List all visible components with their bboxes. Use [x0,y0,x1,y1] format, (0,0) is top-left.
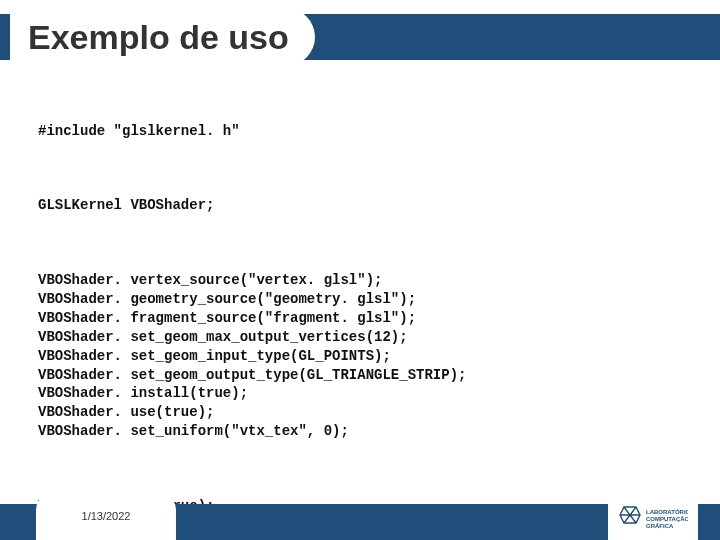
title-container: Exemplo de uso [10,8,315,66]
slide-title: Exemplo de uso [28,18,289,57]
slide: Exemplo de uso #include "glslkernel. h" … [0,0,720,540]
svg-text:GRÁFICA: GRÁFICA [646,523,674,529]
lab-logo-icon: LABORATÓRIO DE COMPUTAÇÃO GRÁFICA [618,501,688,531]
footer-date: 1/13/2022 [82,510,131,522]
svg-text:LABORATÓRIO DE: LABORATÓRIO DE [646,508,688,515]
svg-text:COMPUTAÇÃO: COMPUTAÇÃO [646,516,688,522]
code-include: #include "glslkernel. h" [38,122,690,141]
footer-date-container: 1/13/2022 [36,492,176,540]
code-setup: VBOShader. vertex_source("vertex. glsl")… [38,271,690,441]
code-declaration: GLSLKernel VBOShader; [38,196,690,215]
code-area: #include "glslkernel. h" GLSLKernel VBOS… [38,84,690,540]
footer-logo: LABORATÓRIO DE COMPUTAÇÃO GRÁFICA [608,492,698,540]
